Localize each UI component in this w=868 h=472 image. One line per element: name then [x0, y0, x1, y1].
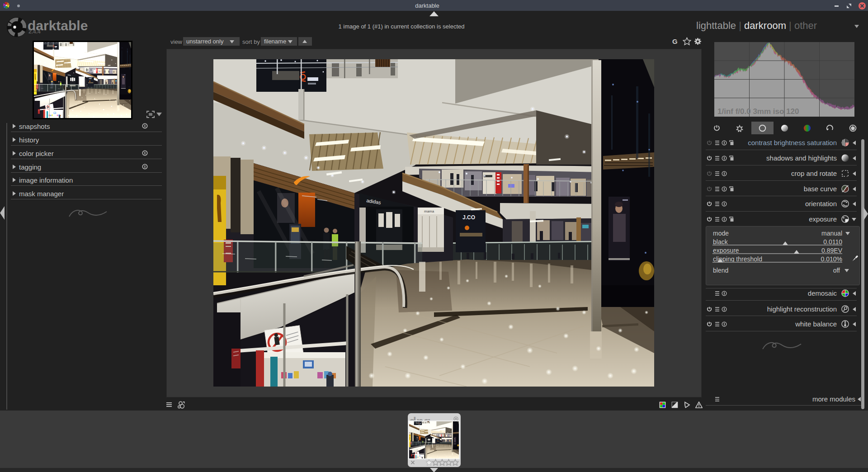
- svg-text:1/inf f/0.0 3mm iso 120: 1/inf f/0.0 3mm iso 120: [717, 107, 799, 116]
